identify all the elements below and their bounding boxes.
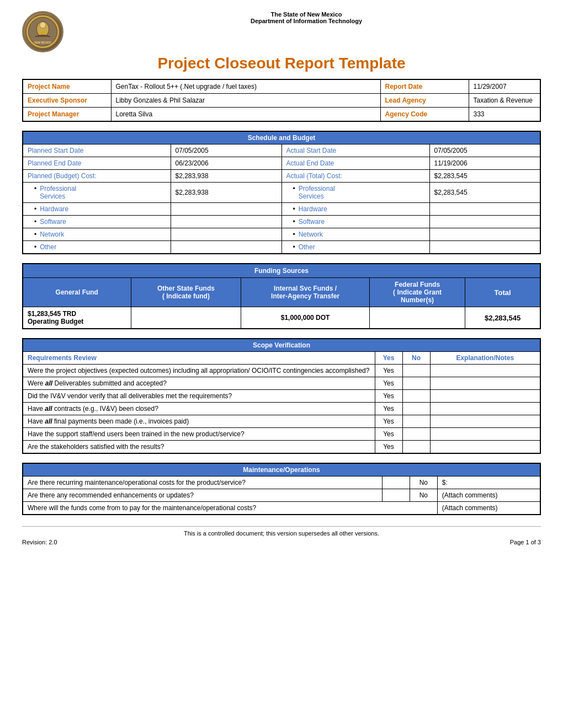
scope-row-2-yes: Yes xyxy=(375,377,402,390)
funding-total-value: $2,283,545 xyxy=(465,307,540,329)
right-other-label: Other xyxy=(299,243,315,251)
scope-row-2: Were all Deliverables submitted and acce… xyxy=(23,377,540,390)
maint-row-3-text: Where will the funds come from to pay fo… xyxy=(23,502,437,515)
actual-end-value: 11/19/2006 xyxy=(429,157,540,170)
planned-start-row: Planned Start Date 07/05/2005 Actual Sta… xyxy=(23,144,540,157)
scope-row-4-text: Have all contracts (e.g., IV&V) been clo… xyxy=(23,403,375,415)
right-other-value xyxy=(429,241,540,254)
left-hardware-cell: Hardware xyxy=(23,203,171,216)
right-hardware-label: Hardware xyxy=(299,205,327,213)
right-software-item: Software xyxy=(293,218,425,226)
scope-row-2-no xyxy=(402,377,430,390)
footer-revision: Revision: 2.0 xyxy=(22,539,57,545)
planned-end-row: Planned End Date 06/23/2006 Actual End D… xyxy=(23,157,540,170)
maint-row-1-yes xyxy=(382,477,410,489)
planned-start-value: 07/05/2005 xyxy=(171,144,282,157)
maint-row-1-extra: $: xyxy=(437,477,540,489)
left-software-item: Software xyxy=(34,218,166,226)
lead-agency-label: Lead Agency xyxy=(380,94,469,108)
maint-title-row: Maintenance/Operations xyxy=(23,463,540,477)
right-network-label: Network xyxy=(299,231,323,238)
scope-row-5-expl xyxy=(430,415,540,428)
scope-row-5: Have all final payments been made (i.e.,… xyxy=(23,415,540,428)
scope-no-col: No xyxy=(402,352,430,365)
planned-budget-label: Planned (Budget) Cost: xyxy=(23,170,171,183)
actual-start-label: Actual Start Date xyxy=(282,144,429,157)
scope-row-6-expl xyxy=(430,428,540,441)
maint-row-1-text: Are there recurring maintenance/operatio… xyxy=(23,477,382,489)
state-seal: NEW MEXICO xyxy=(22,11,63,52)
scope-yes-col: Yes xyxy=(375,352,402,365)
schedule-header-row: Schedule and Budget xyxy=(23,131,540,144)
right-other-item: Other xyxy=(293,243,425,251)
exec-sponsor-label: Executive Sponsor xyxy=(23,94,111,108)
network-row: Network Network xyxy=(23,228,540,241)
software-row: Software Software xyxy=(23,216,540,228)
scope-row-4: Have all contracts (e.g., IV&V) been clo… xyxy=(23,403,540,415)
left-professional-value: $2,283,938 xyxy=(171,183,282,203)
funding-section-title: Funding Sources xyxy=(23,264,540,278)
left-network-cell: Network xyxy=(23,228,171,241)
project-name-label: Project Name xyxy=(23,79,111,94)
scope-row-7-expl xyxy=(430,441,540,454)
schedule-budget-table: Schedule and Budget Planned Start Date 0… xyxy=(22,131,541,254)
svg-point-3 xyxy=(40,22,46,28)
col-internal-svc: Internal Svc Funds /Inter-Agency Transfe… xyxy=(241,278,370,307)
project-manager-value: Loretta Silva xyxy=(111,108,380,122)
left-network-item: Network xyxy=(34,231,166,238)
scope-row-6: Have the support staff/end users been tr… xyxy=(23,428,540,441)
planned-budget-value: $2,283,938 xyxy=(171,170,282,183)
scope-row-1-expl xyxy=(430,365,540,377)
right-network-cell: Network xyxy=(282,228,429,241)
left-hardware-value xyxy=(171,203,282,216)
scope-row-7-text: Are the stakeholders satisfied with the … xyxy=(23,441,375,454)
actual-total-label: Actual (Total) Cost: xyxy=(282,170,429,183)
dept-name: Department of Information Technology xyxy=(72,18,541,24)
right-professional-value: $2,283,545 xyxy=(429,183,540,203)
left-other-label: Other xyxy=(40,243,56,251)
scope-row-6-no xyxy=(402,428,430,441)
scope-row-4-no xyxy=(402,403,430,415)
maint-row-2-yes xyxy=(382,489,410,502)
actual-total-value: $2,283,545 xyxy=(429,170,540,183)
lead-agency-value: Taxation & Revenue xyxy=(469,94,540,108)
svg-text:NEW MEXICO: NEW MEXICO xyxy=(34,41,51,44)
col-general-fund: General Fund xyxy=(23,278,131,307)
logo-area: NEW MEXICO xyxy=(22,11,72,52)
col-other-state: Other State Funds( Indicate fund) xyxy=(131,278,241,307)
left-software-value xyxy=(171,216,282,228)
scope-row-7-no xyxy=(402,441,430,454)
left-hardware-label: Hardware xyxy=(40,205,68,213)
maint-section-title: Maintenance/Operations xyxy=(23,463,540,477)
left-network-label: Network xyxy=(40,231,64,238)
agency-name: The State of New Mexico xyxy=(72,11,541,18)
maint-row-3: Where will the funds come from to pay fo… xyxy=(23,502,540,515)
maint-row-1-no: No xyxy=(410,477,437,489)
funding-other-value xyxy=(131,307,241,329)
right-professional-label: ProfessionalServices xyxy=(299,185,335,200)
scope-row-3-expl xyxy=(430,390,540,403)
funding-general-value: $1,283,545 TRDOperating Budget xyxy=(23,307,131,329)
maint-row-2: Are there any recommended enhancements o… xyxy=(23,489,540,502)
col-total: Total xyxy=(465,278,540,307)
left-professional-cell: ProfessionalServices xyxy=(23,183,171,203)
col-federal-funds: Federal Funds( Indicate GrantNumber(s) xyxy=(369,278,465,307)
hardware-row: Hardware Hardware xyxy=(23,203,540,216)
scope-row-2-expl xyxy=(430,377,540,390)
scope-row-1-no xyxy=(402,365,430,377)
scope-row-2-text: Were all Deliverables submitted and acce… xyxy=(23,377,375,390)
footer-controlled-text: This is a controlled document; this vers… xyxy=(22,530,541,537)
funding-federal-value xyxy=(369,307,465,329)
right-software-cell: Software xyxy=(282,216,429,228)
agency-code-label: Agency Code xyxy=(380,108,469,122)
footer-page: Page 1 of 3 xyxy=(510,539,541,545)
scope-row-7-yes: Yes xyxy=(375,441,402,454)
project-name-value: GenTax - Rollout 5++ (.Net upgrade / fue… xyxy=(111,79,380,94)
scope-row-5-yes: Yes xyxy=(375,415,402,428)
actual-end-label: Actual End Date xyxy=(282,157,429,170)
scope-row-3: Did the IV&V vendor verify that all deli… xyxy=(23,390,540,403)
professional-services-row: ProfessionalServices $2,283,938 Professi… xyxy=(23,183,540,203)
right-hardware-cell: Hardware xyxy=(282,203,429,216)
scope-row-5-text: Have all final payments been made (i.e.,… xyxy=(23,415,375,428)
scope-review-col: Requirements Review xyxy=(23,352,375,365)
